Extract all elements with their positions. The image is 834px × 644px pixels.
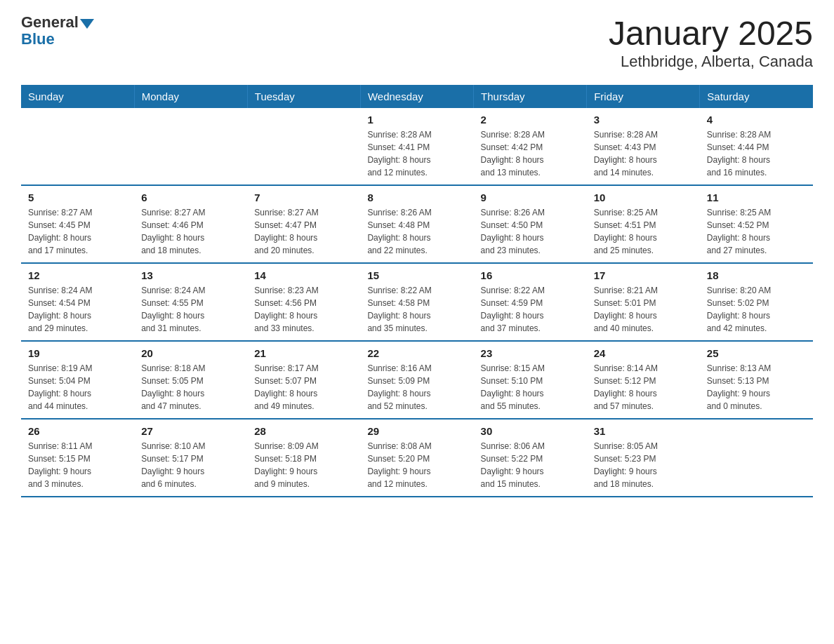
calendar-cell: 7Sunrise: 8:27 AM Sunset: 4:47 PM Daylig… [247, 185, 360, 263]
calendar-cell: 13Sunrise: 8:24 AM Sunset: 4:55 PM Dayli… [134, 263, 247, 341]
day-of-week-header: Saturday [700, 85, 813, 108]
day-info: Sunrise: 8:24 AM Sunset: 4:54 PM Dayligh… [28, 284, 127, 335]
day-info: Sunrise: 8:15 AM Sunset: 5:10 PM Dayligh… [481, 362, 580, 412]
day-number: 31 [594, 425, 693, 437]
calendar-cell: 23Sunrise: 8:15 AM Sunset: 5:10 PM Dayli… [474, 341, 587, 419]
calendar-cell: 15Sunrise: 8:22 AM Sunset: 4:58 PM Dayli… [360, 263, 473, 341]
calendar-cell: 20Sunrise: 8:18 AM Sunset: 5:05 PM Dayli… [134, 341, 247, 419]
day-info: Sunrise: 8:22 AM Sunset: 4:59 PM Dayligh… [481, 284, 580, 335]
calendar-cell: 6Sunrise: 8:27 AM Sunset: 4:46 PM Daylig… [134, 185, 247, 263]
calendar-week-row: 1Sunrise: 8:28 AM Sunset: 4:41 PM Daylig… [21, 108, 813, 185]
logo-blue: Blue [21, 30, 55, 48]
calendar-week-row: 12Sunrise: 8:24 AM Sunset: 4:54 PM Dayli… [21, 263, 813, 341]
logo: General Blue [21, 14, 94, 48]
calendar-cell: 31Sunrise: 8:05 AM Sunset: 5:23 PM Dayli… [587, 419, 700, 497]
day-info: Sunrise: 8:18 AM Sunset: 5:05 PM Dayligh… [141, 362, 240, 412]
day-number: 11 [707, 192, 806, 203]
day-info: Sunrise: 8:26 AM Sunset: 4:48 PM Dayligh… [367, 206, 466, 257]
calendar-cell: 17Sunrise: 8:21 AM Sunset: 5:01 PM Dayli… [587, 263, 700, 341]
day-of-week-header: Sunday [21, 85, 134, 108]
day-number: 13 [141, 269, 240, 281]
day-info: Sunrise: 8:05 AM Sunset: 5:23 PM Dayligh… [594, 440, 693, 490]
day-number: 12 [28, 269, 127, 281]
day-info: Sunrise: 8:23 AM Sunset: 4:56 PM Dayligh… [254, 284, 353, 335]
day-of-week-header: Friday [587, 85, 700, 108]
calendar-cell: 1Sunrise: 8:28 AM Sunset: 4:41 PM Daylig… [360, 108, 473, 185]
day-number: 21 [254, 347, 353, 359]
day-number: 8 [367, 192, 466, 203]
calendar-header: SundayMondayTuesdayWednesdayThursdayFrid… [21, 85, 813, 108]
day-info: Sunrise: 8:27 AM Sunset: 4:47 PM Dayligh… [254, 206, 353, 257]
calendar-table: SundayMondayTuesdayWednesdayThursdayFrid… [21, 85, 813, 497]
calendar-cell [21, 108, 134, 185]
calendar-cell: 4Sunrise: 8:28 AM Sunset: 4:44 PM Daylig… [700, 108, 813, 185]
day-number: 26 [28, 425, 127, 437]
calendar-cell: 14Sunrise: 8:23 AM Sunset: 4:56 PM Dayli… [247, 263, 360, 341]
calendar-cell: 3Sunrise: 8:28 AM Sunset: 4:43 PM Daylig… [587, 108, 700, 185]
day-number: 14 [254, 269, 353, 281]
day-info: Sunrise: 8:28 AM Sunset: 4:42 PM Dayligh… [481, 128, 580, 179]
calendar-cell: 11Sunrise: 8:25 AM Sunset: 4:52 PM Dayli… [700, 185, 813, 263]
day-info: Sunrise: 8:28 AM Sunset: 4:43 PM Dayligh… [594, 128, 693, 179]
logo-arrow-icon [80, 19, 94, 29]
day-info: Sunrise: 8:13 AM Sunset: 5:13 PM Dayligh… [707, 362, 806, 412]
calendar-cell: 26Sunrise: 8:11 AM Sunset: 5:15 PM Dayli… [21, 419, 134, 497]
day-of-week-header: Monday [134, 85, 247, 108]
day-info: Sunrise: 8:08 AM Sunset: 5:20 PM Dayligh… [367, 440, 466, 490]
day-number: 23 [481, 347, 580, 359]
days-of-week-row: SundayMondayTuesdayWednesdayThursdayFrid… [21, 85, 813, 108]
day-number: 5 [28, 192, 127, 203]
day-number: 25 [707, 347, 806, 359]
day-number: 30 [481, 425, 580, 437]
day-info: Sunrise: 8:27 AM Sunset: 4:45 PM Dayligh… [28, 206, 127, 257]
day-number: 10 [594, 192, 693, 203]
calendar-title: January 2025 [609, 14, 813, 53]
day-number: 6 [141, 192, 240, 203]
calendar-cell: 29Sunrise: 8:08 AM Sunset: 5:20 PM Dayli… [360, 419, 473, 497]
day-info: Sunrise: 8:19 AM Sunset: 5:04 PM Dayligh… [28, 362, 127, 412]
calendar-cell: 21Sunrise: 8:17 AM Sunset: 5:07 PM Dayli… [247, 341, 360, 419]
day-info: Sunrise: 8:28 AM Sunset: 4:44 PM Dayligh… [707, 128, 806, 179]
day-info: Sunrise: 8:14 AM Sunset: 5:12 PM Dayligh… [594, 362, 693, 412]
calendar-cell: 10Sunrise: 8:25 AM Sunset: 4:51 PM Dayli… [587, 185, 700, 263]
calendar-body: 1Sunrise: 8:28 AM Sunset: 4:41 PM Daylig… [21, 108, 813, 497]
day-info: Sunrise: 8:27 AM Sunset: 4:46 PM Dayligh… [141, 206, 240, 257]
day-number: 15 [367, 269, 466, 281]
day-number: 16 [481, 269, 580, 281]
day-info: Sunrise: 8:20 AM Sunset: 5:02 PM Dayligh… [707, 284, 806, 335]
title-block: January 2025 Lethbridge, Alberta, Canada [609, 14, 813, 71]
calendar-cell: 5Sunrise: 8:27 AM Sunset: 4:45 PM Daylig… [21, 185, 134, 263]
day-number: 20 [141, 347, 240, 359]
calendar-week-row: 19Sunrise: 8:19 AM Sunset: 5:04 PM Dayli… [21, 341, 813, 419]
day-info: Sunrise: 8:25 AM Sunset: 4:52 PM Dayligh… [707, 206, 806, 257]
calendar-cell [134, 108, 247, 185]
day-of-week-header: Thursday [474, 85, 587, 108]
day-info: Sunrise: 8:10 AM Sunset: 5:17 PM Dayligh… [141, 440, 240, 490]
day-number: 1 [367, 114, 466, 126]
day-number: 3 [594, 114, 693, 126]
day-info: Sunrise: 8:28 AM Sunset: 4:41 PM Dayligh… [367, 128, 466, 179]
calendar-week-row: 5Sunrise: 8:27 AM Sunset: 4:45 PM Daylig… [21, 185, 813, 263]
calendar-cell: 18Sunrise: 8:20 AM Sunset: 5:02 PM Dayli… [700, 263, 813, 341]
calendar-cell: 2Sunrise: 8:28 AM Sunset: 4:42 PM Daylig… [474, 108, 587, 185]
day-number: 9 [481, 192, 580, 203]
day-number: 2 [481, 114, 580, 126]
day-number: 28 [254, 425, 353, 437]
calendar-cell [247, 108, 360, 185]
day-of-week-header: Wednesday [360, 85, 473, 108]
logo-general: General [21, 14, 79, 31]
day-info: Sunrise: 8:11 AM Sunset: 5:15 PM Dayligh… [28, 440, 127, 490]
calendar-cell: 12Sunrise: 8:24 AM Sunset: 4:54 PM Dayli… [21, 263, 134, 341]
day-info: Sunrise: 8:16 AM Sunset: 5:09 PM Dayligh… [367, 362, 466, 412]
day-info: Sunrise: 8:25 AM Sunset: 4:51 PM Dayligh… [594, 206, 693, 257]
calendar-cell: 30Sunrise: 8:06 AM Sunset: 5:22 PM Dayli… [474, 419, 587, 497]
day-info: Sunrise: 8:22 AM Sunset: 4:58 PM Dayligh… [367, 284, 466, 335]
day-info: Sunrise: 8:24 AM Sunset: 4:55 PM Dayligh… [141, 284, 240, 335]
day-number: 19 [28, 347, 127, 359]
calendar-cell: 24Sunrise: 8:14 AM Sunset: 5:12 PM Dayli… [587, 341, 700, 419]
calendar-cell [700, 419, 813, 497]
day-number: 22 [367, 347, 466, 359]
day-number: 4 [707, 114, 806, 126]
day-of-week-header: Tuesday [247, 85, 360, 108]
calendar-cell: 28Sunrise: 8:09 AM Sunset: 5:18 PM Dayli… [247, 419, 360, 497]
